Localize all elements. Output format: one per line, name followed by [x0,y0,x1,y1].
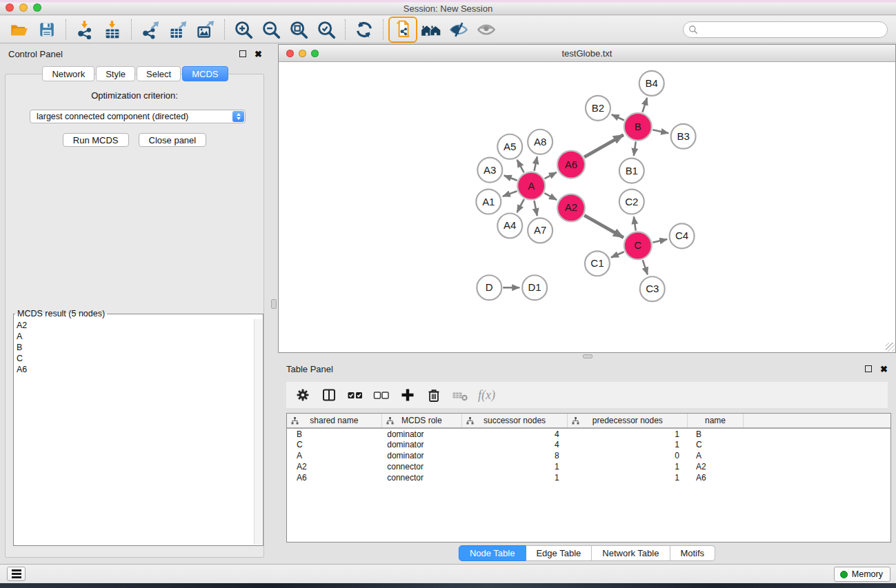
table-cell[interactable]: 1 [568,428,688,439]
graph-edge[interactable] [517,199,524,212]
column-header-MCDS-role[interactable]: MCDS role [381,414,461,428]
close-window-button[interactable] [6,3,14,12]
table-cell[interactable]: 1 [568,472,688,483]
tab-style[interactable]: Style [96,66,135,81]
zoom-out-button[interactable] [257,18,285,41]
table-cell[interactable]: C [688,439,743,450]
close-network-button[interactable] [286,50,294,57]
graph-edge[interactable] [517,160,524,172]
column-header-successor-nodes[interactable]: successor nodes [461,414,567,428]
table-cell[interactable]: A2 [688,461,743,472]
tab-edge-table[interactable]: Edge Table [526,545,592,561]
close-panel-button[interactable]: Close panel [139,133,207,147]
maximize-network-button[interactable] [311,50,319,57]
show-column-button[interactable] [318,384,340,406]
graph-edge[interactable] [612,114,624,120]
graph-edge[interactable] [642,98,647,112]
zoom-fit-button[interactable] [285,18,312,41]
splitter-grip[interactable] [583,354,593,358]
select-all-button[interactable] [344,384,366,406]
graph-edge[interactable] [503,191,517,196]
tab-network[interactable]: Network [42,66,94,81]
tab-motifs[interactable]: Motifs [670,545,715,561]
scrollbar[interactable] [254,319,262,545]
close-panel-icon[interactable]: ✖ [255,49,262,59]
memory-button[interactable]: Memory [834,567,890,582]
table-cell[interactable]: connector [381,472,461,483]
network-window-titlebar[interactable]: testGlobe.txt [279,45,895,62]
tab-mcds[interactable]: MCDS [182,66,228,81]
table-cell[interactable]: 4 [461,439,567,450]
open-network-file-button[interactable] [388,17,417,43]
graph-edge[interactable] [611,252,624,257]
delete-table-button[interactable] [449,384,471,406]
splitter-grip[interactable] [271,299,277,309]
resize-grip-icon[interactable] [886,343,895,352]
task-history-button[interactable] [7,567,26,581]
table-cell[interactable]: 0 [568,450,688,461]
table-cell[interactable]: dominator [381,428,461,439]
graph-edge[interactable] [584,215,624,237]
function-builder-button[interactable]: f(x) [478,388,495,403]
show-panels-button[interactable] [472,18,500,41]
table-cell[interactable]: connector [381,461,461,472]
graph-edge[interactable] [634,142,636,156]
table-settings-button[interactable] [292,384,314,406]
create-column-button[interactable] [397,384,419,406]
mcds-result-item[interactable]: A6 [17,364,253,375]
table-cell[interactable]: 4 [461,428,567,439]
column-header-predecessor-nodes[interactable]: predecessor nodes [568,414,688,428]
table-cell[interactable]: B [287,428,381,439]
graph-edge[interactable] [653,239,667,243]
import-table-button[interactable] [99,18,126,41]
column-header-shared-name[interactable]: shared name [287,414,381,428]
mcds-result-item[interactable]: A2 [17,320,253,331]
table-cell[interactable]: 8 [461,450,567,461]
zoom-selected-button[interactable] [312,18,340,41]
delete-column-button[interactable] [423,384,445,406]
optimization-criterion-select[interactable]: largest connected component (directed) [30,110,246,123]
maximize-window-button[interactable] [33,3,41,12]
mcds-result-item[interactable]: B [17,342,253,353]
table-cell[interactable]: A2 [287,461,381,472]
export-image-button[interactable] [192,18,219,41]
open-session-button[interactable] [6,18,33,41]
table-cell[interactable]: 1 [461,461,567,472]
table-row[interactable]: Cdominator41C [287,439,891,450]
graph-edge[interactable] [653,130,668,133]
table-cell[interactable]: dominator [381,450,461,461]
table-cell[interactable]: A6 [688,472,743,483]
column-header-name[interactable]: name [688,414,743,428]
tab-select[interactable]: Select [137,66,181,81]
graph-edge[interactable] [634,216,636,230]
run-mcds-button[interactable]: Run MCDS [63,133,129,147]
table-row[interactable]: A2connector11A2 [287,461,891,472]
tab-network-table[interactable]: Network Table [592,545,670,561]
network-canvas[interactable]: B4B2BB3A5A8A6A3B1AA1C2A2A4A7C4CC1DD1C3 [279,62,895,352]
table-cell[interactable]: A [688,450,743,461]
table-cell[interactable]: 1 [568,439,688,450]
home-button[interactable] [417,18,445,41]
table-cell[interactable]: B [688,428,743,439]
import-network-button[interactable] [71,18,99,41]
search-input[interactable] [683,21,888,38]
table-cell[interactable]: A [287,450,381,461]
tab-node-table[interactable]: Node Table [459,545,526,561]
export-table-button[interactable] [164,18,192,41]
deselect-all-button[interactable] [370,384,392,406]
table-row[interactable]: A6connector11A6 [287,472,891,483]
table-cell[interactable]: C [287,439,381,450]
export-network-button[interactable] [137,18,164,41]
graph-edge[interactable] [584,135,624,157]
hide-panels-button[interactable] [445,18,472,41]
graph-edge[interactable] [544,193,557,200]
save-session-button[interactable] [33,18,61,41]
table-row[interactable]: Bdominator41B [287,428,891,439]
refresh-button[interactable] [350,18,378,41]
float-panel-icon[interactable] [239,50,246,57]
close-panel-icon[interactable]: ✖ [880,364,888,374]
mcds-result-item[interactable]: C [17,353,253,364]
table-row[interactable]: Adominator80A [287,450,891,461]
table-cell[interactable]: 1 [568,461,688,472]
mcds-result-item[interactable]: A [17,331,253,342]
